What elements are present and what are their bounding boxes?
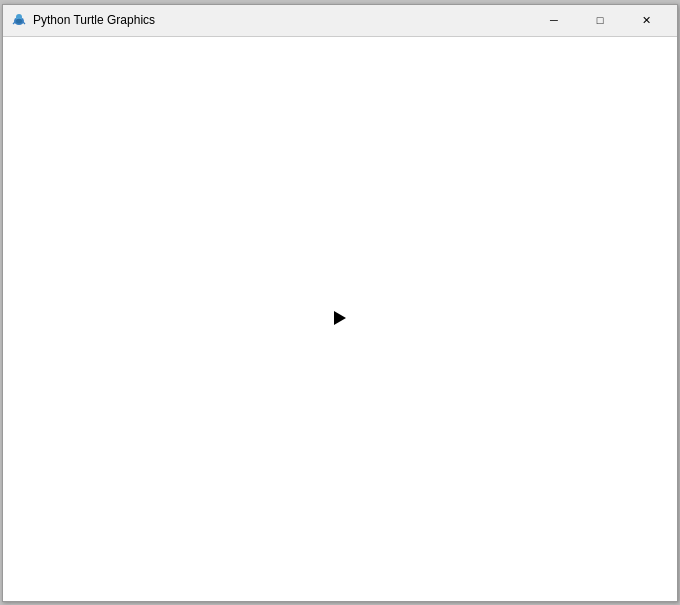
turtle-arrow-icon — [334, 311, 346, 325]
maximize-button[interactable]: □ — [577, 4, 623, 36]
main-window: Python Turtle Graphics ─ □ ✕ — [2, 4, 678, 602]
window-title: Python Turtle Graphics — [33, 13, 531, 27]
title-bar: Python Turtle Graphics ─ □ ✕ — [3, 5, 677, 37]
close-button[interactable]: ✕ — [623, 4, 669, 36]
window-controls: ─ □ ✕ — [531, 4, 669, 36]
svg-point-2 — [16, 19, 22, 24]
turtle-cursor — [334, 311, 346, 327]
minimize-button[interactable]: ─ — [531, 4, 577, 36]
svg-line-4 — [23, 22, 25, 24]
turtle-icon — [11, 12, 27, 28]
turtle-canvas — [3, 37, 677, 601]
svg-line-3 — [13, 22, 15, 24]
